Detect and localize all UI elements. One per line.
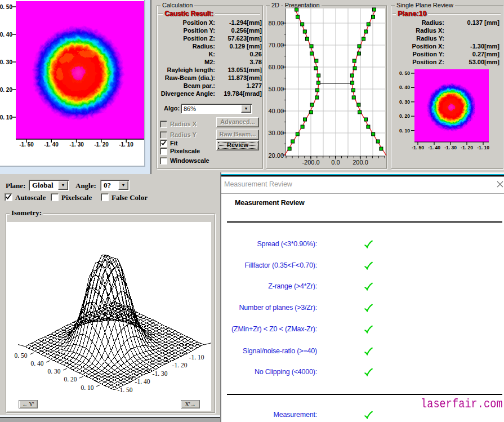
svg-text:0. 20: 0. 20 xyxy=(0,87,12,93)
svg-text:0. 30: 0. 30 xyxy=(0,59,12,65)
svg-text:0. 50: 0. 50 xyxy=(15,352,28,359)
svg-text:0. 50: 0. 50 xyxy=(399,70,410,76)
svg-text:70.00: 70.00 xyxy=(268,42,284,48)
svg-text:-1. 50: -1. 50 xyxy=(19,141,34,148)
svg-text:0. 10: 0. 10 xyxy=(0,114,12,121)
svg-text:0. 40: 0. 40 xyxy=(31,360,44,367)
svg-text:60.00: 60.00 xyxy=(268,64,284,70)
svg-text:40.00: 40.00 xyxy=(268,108,284,114)
svg-text:-1. 20: -1. 20 xyxy=(461,145,473,150)
svg-text:30.00: 30.00 xyxy=(268,130,284,136)
svg-text:0. 30: 0. 30 xyxy=(399,99,410,105)
svg-text:200.0: 200.0 xyxy=(353,159,368,166)
svg-text:-1. 10: -1. 10 xyxy=(189,354,204,361)
svg-text:0. 50: 0. 50 xyxy=(0,4,12,10)
svg-text:0. 20: 0. 20 xyxy=(64,376,77,383)
svg-text:-1. 40: -1. 40 xyxy=(44,141,59,148)
svg-text:-1. 10: -1. 10 xyxy=(119,141,133,148)
svg-text:0.0: 0.0 xyxy=(331,159,340,166)
svg-text:-1. 40: -1. 40 xyxy=(135,378,150,385)
svg-text:-1. 20: -1. 20 xyxy=(94,141,109,148)
svg-text:0. 30: 0. 30 xyxy=(48,368,61,375)
svg-text:-1. 30: -1. 30 xyxy=(69,141,84,148)
svg-text:-200.0: -200.0 xyxy=(302,159,319,166)
svg-text:0. 40: 0. 40 xyxy=(0,32,12,38)
svg-text:0. 10: 0. 10 xyxy=(399,128,410,134)
svg-text:-1. 50: -1. 50 xyxy=(412,145,424,150)
svg-text:80.00: 80.00 xyxy=(268,20,284,26)
svg-text:-1. 20: -1. 20 xyxy=(172,362,188,368)
svg-text:0. 10: 0. 10 xyxy=(81,384,94,391)
svg-text:-1. 50: -1. 50 xyxy=(118,387,133,393)
svg-text:0. 40: 0. 40 xyxy=(399,85,410,90)
svg-text:-1. 30: -1. 30 xyxy=(153,370,168,377)
svg-text:20.00: 20.00 xyxy=(268,152,284,159)
svg-text:-1. 40: -1. 40 xyxy=(428,145,440,150)
svg-text:-1. 30: -1. 30 xyxy=(444,145,457,150)
svg-text:-1. 10: -1. 10 xyxy=(477,145,489,150)
svg-text:50.00: 50.00 xyxy=(268,86,284,92)
svg-text:0. 20: 0. 20 xyxy=(399,113,410,119)
